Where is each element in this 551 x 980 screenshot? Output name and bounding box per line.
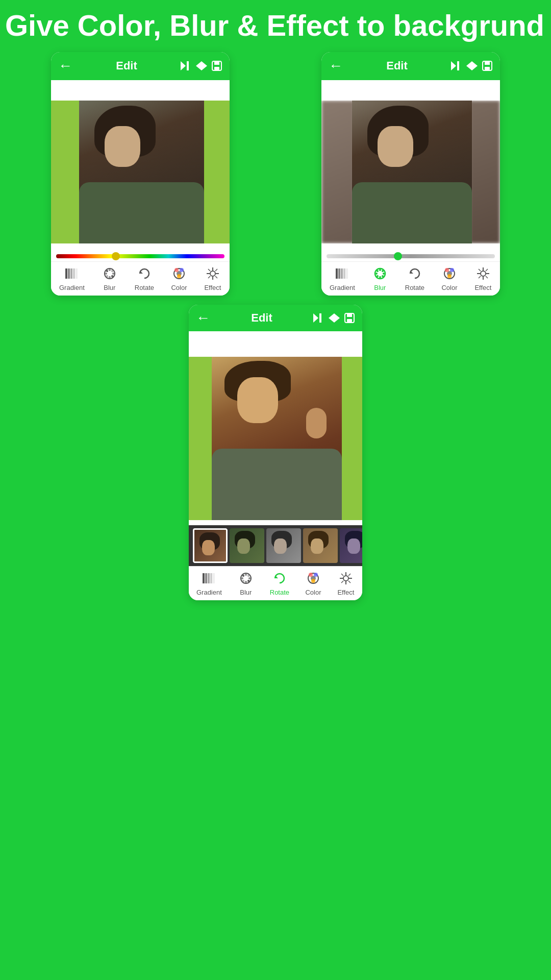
phone-3-skip-icon[interactable]	[313, 313, 324, 323]
phone-2-skip-icon[interactable]	[451, 61, 462, 70]
svg-marker-74	[334, 313, 340, 323]
phone-2-toolbar-effect[interactable]: Effect	[474, 265, 492, 291]
svg-rect-47	[346, 268, 348, 279]
svg-marker-72	[313, 313, 318, 323]
thumbnail-2[interactable]	[230, 528, 264, 563]
phone-3-toolbar-rotate[interactable]: Rotate	[270, 570, 289, 596]
svg-rect-78	[347, 319, 352, 322]
phone-2-toolbar-gradient[interactable]: Gradient	[330, 265, 355, 291]
svg-point-97	[314, 573, 318, 577]
phone-2-gradient-label: Gradient	[330, 284, 355, 291]
phone-2-toolbar-rotate[interactable]: Rotate	[405, 265, 424, 291]
phone-3-toolbar-color[interactable]: Color	[305, 570, 322, 596]
phone-3-blur-label: Blur	[240, 589, 252, 596]
phone-2-gray-track[interactable]	[327, 254, 495, 258]
svg-rect-45	[341, 268, 343, 279]
phone-3-toolbar: Gradient Blur Rotate Color	[189, 566, 362, 600]
phone-1-color-track[interactable]	[56, 254, 224, 258]
phone-2-slider-thumb[interactable]	[394, 252, 402, 260]
svg-rect-8	[68, 268, 70, 279]
svg-point-88	[248, 577, 251, 579]
top-phones-row: ← Edit	[0, 47, 551, 296]
phone-3-resize-icon[interactable]	[329, 313, 340, 323]
phone-2-slider[interactable]	[321, 251, 500, 261]
svg-point-92	[241, 577, 243, 579]
svg-point-62	[447, 274, 452, 278]
thumbnail-4[interactable]	[303, 528, 338, 563]
svg-point-103	[343, 576, 348, 581]
phone-3-effect-icon	[337, 570, 355, 587]
svg-line-32	[208, 269, 210, 271]
svg-rect-37	[457, 61, 459, 70]
phone-2-rotate-label: Rotate	[405, 284, 424, 291]
svg-point-96	[309, 573, 313, 577]
phone-3-gradient-icon	[201, 570, 218, 587]
phone-3-rotate-icon	[271, 570, 288, 587]
phone-1-toolbar-effect[interactable]: Effect	[204, 265, 221, 291]
svg-line-35	[208, 276, 210, 278]
phone-1-color-label: Color	[171, 284, 187, 291]
phone-1-canvas	[51, 101, 230, 243]
phone-1-toolbar-rotate[interactable]: Rotate	[135, 265, 154, 291]
phone-3-top-strip	[189, 331, 362, 357]
svg-line-34	[215, 269, 217, 271]
phone-1-back-button[interactable]: ←	[58, 58, 72, 74]
phone-1-slider-thumb[interactable]	[112, 252, 120, 260]
phone-1-toolbar-blur[interactable]: Blur	[101, 265, 118, 291]
phone-1-header-icons	[181, 60, 222, 71]
phone-3-back-button[interactable]: ←	[196, 310, 210, 326]
phone-2-gradient-icon	[334, 265, 351, 282]
svg-marker-75	[329, 313, 334, 323]
thumbnail-1[interactable]	[193, 528, 228, 563]
svg-marker-0	[181, 61, 186, 70]
phone-3-toolbar-gradient[interactable]: Gradient	[196, 570, 222, 596]
phone-3-edit-label: Edit	[210, 311, 313, 325]
svg-point-98	[311, 579, 315, 583]
svg-marker-2	[202, 61, 207, 70]
phone-3-bg-right	[339, 357, 362, 520]
phone-1-toolbar: Gradient Blur Rotate Color	[51, 261, 230, 296]
phone-3-toolbar-blur[interactable]: Blur	[237, 570, 255, 596]
svg-point-53	[382, 275, 384, 277]
phone-1-slider[interactable]	[51, 251, 230, 261]
svg-rect-82	[210, 573, 212, 583]
phone-1-skip-icon[interactable]	[181, 61, 192, 70]
phone-1-toolbar-gradient[interactable]: Gradient	[59, 265, 85, 291]
phone-2-save-icon[interactable]	[482, 60, 493, 71]
phone-3-color-icon	[305, 570, 322, 587]
svg-point-50	[379, 269, 381, 271]
phone-3-rotate-label: Rotate	[270, 589, 289, 596]
svg-point-85	[242, 575, 244, 577]
phone-3-effect-label: Effect	[337, 589, 354, 596]
phone-2-resize-icon[interactable]	[466, 61, 478, 70]
phone-1-blur-label: Blur	[104, 284, 115, 291]
svg-point-60	[445, 268, 449, 272]
phone-2-back-button[interactable]: ←	[329, 58, 343, 74]
svg-point-67	[481, 271, 486, 276]
svg-line-106	[348, 574, 350, 576]
phone-2-toolbar-blur[interactable]: Blur	[371, 265, 389, 291]
svg-point-15	[111, 270, 113, 272]
svg-point-55	[377, 275, 379, 277]
phone-1-photo	[79, 101, 204, 243]
phone-3-save-icon[interactable]	[344, 312, 355, 324]
thumbnail-5[interactable]	[340, 528, 362, 563]
phone-3-bg-left	[189, 357, 214, 520]
phone-2-header-icons	[451, 60, 493, 71]
svg-marker-38	[472, 61, 478, 70]
phone-2-header: ← Edit	[321, 52, 500, 80]
svg-line-105	[348, 581, 350, 583]
svg-line-104	[341, 574, 343, 576]
svg-point-52	[383, 273, 385, 275]
phone-2-toolbar-color[interactable]: Color	[441, 265, 458, 291]
phone-1-save-icon[interactable]	[211, 60, 222, 71]
phone-2-bg-left	[321, 101, 355, 243]
phone-3-canvas	[189, 357, 362, 520]
phone-1-toolbar-color[interactable]: Color	[170, 265, 188, 291]
phone-1-resize-icon[interactable]	[196, 61, 207, 70]
phone-3-toolbar-effect[interactable]: Effect	[337, 570, 355, 596]
svg-point-26	[177, 274, 181, 278]
phone-1-blur-icon	[101, 265, 118, 282]
thumbnail-3[interactable]	[266, 528, 301, 563]
phone-mockup-2: ← Edit	[321, 52, 500, 296]
